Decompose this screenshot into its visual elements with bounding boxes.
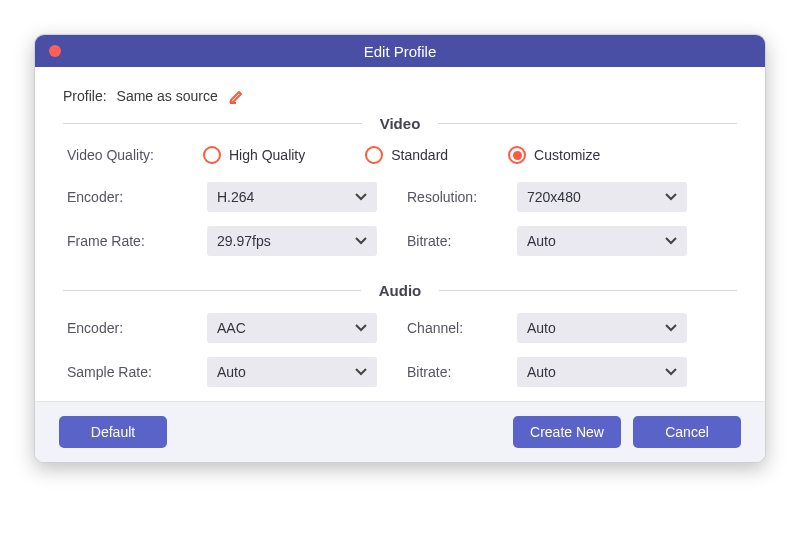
video-encoder-label: Encoder: [67, 189, 207, 205]
video-quality-row: Video Quality: High Quality Standard Cus… [63, 146, 737, 164]
chevron-down-icon [665, 324, 677, 332]
chevron-down-icon [355, 237, 367, 245]
window-body: Profile: Same as source Video Video Qual… [35, 67, 765, 401]
select-value: Auto [527, 320, 556, 336]
close-icon[interactable] [49, 45, 61, 57]
chevron-down-icon [665, 237, 677, 245]
video-framerate-label: Frame Rate: [67, 233, 207, 249]
select-value: AAC [217, 320, 246, 336]
radio-label: Customize [534, 147, 600, 163]
select-value: 29.97fps [217, 233, 271, 249]
video-resolution-select[interactable]: 720x480 [517, 182, 687, 212]
titlebar: Edit Profile [35, 35, 765, 67]
radio-label: High Quality [229, 147, 305, 163]
audio-section-label: Audio [361, 282, 440, 299]
radio-icon [203, 146, 221, 164]
audio-encoder-label: Encoder: [67, 320, 207, 336]
audio-section-divider: Audio [63, 282, 737, 299]
video-settings-grid: Encoder: H.264 Resolution: 720x480 Frame… [63, 182, 737, 256]
audio-bitrate-select[interactable]: Auto [517, 357, 687, 387]
audio-settings-grid: Encoder: AAC Channel: Auto Sample Rate: … [63, 313, 737, 387]
footer: Default Create New Cancel [35, 401, 765, 462]
video-section-divider: Video [63, 115, 737, 132]
audio-channel-label: Channel: [407, 320, 517, 336]
audio-samplerate-label: Sample Rate: [67, 364, 207, 380]
video-bitrate-label: Bitrate: [407, 233, 517, 249]
audio-samplerate-select[interactable]: Auto [207, 357, 377, 387]
radio-label: Standard [391, 147, 448, 163]
chevron-down-icon [665, 368, 677, 376]
edit-icon[interactable] [228, 87, 246, 105]
profile-value: Same as source [117, 88, 218, 104]
chevron-down-icon [355, 193, 367, 201]
radio-customize[interactable]: Customize [508, 146, 600, 164]
video-quality-label: Video Quality: [67, 147, 203, 163]
video-framerate-select[interactable]: 29.97fps [207, 226, 377, 256]
audio-channel-select[interactable]: Auto [517, 313, 687, 343]
radio-icon [365, 146, 383, 164]
video-section-label: Video [362, 115, 439, 132]
select-value: Auto [527, 364, 556, 380]
create-new-button[interactable]: Create New [513, 416, 621, 448]
video-bitrate-select[interactable]: Auto [517, 226, 687, 256]
select-value: Auto [217, 364, 246, 380]
chevron-down-icon [355, 368, 367, 376]
profile-row: Profile: Same as source [63, 87, 737, 105]
cancel-button[interactable]: Cancel [633, 416, 741, 448]
default-button[interactable]: Default [59, 416, 167, 448]
select-value: 720x480 [527, 189, 581, 205]
audio-bitrate-label: Bitrate: [407, 364, 517, 380]
chevron-down-icon [355, 324, 367, 332]
window-title: Edit Profile [364, 43, 437, 60]
select-value: H.264 [217, 189, 254, 205]
radio-high-quality[interactable]: High Quality [203, 146, 305, 164]
profile-label: Profile: [63, 88, 107, 104]
edit-profile-window: Edit Profile Profile: Same as source Vid… [34, 34, 766, 463]
chevron-down-icon [665, 193, 677, 201]
video-resolution-label: Resolution: [407, 189, 517, 205]
radio-standard[interactable]: Standard [365, 146, 448, 164]
radio-icon [508, 146, 526, 164]
audio-encoder-select[interactable]: AAC [207, 313, 377, 343]
select-value: Auto [527, 233, 556, 249]
video-encoder-select[interactable]: H.264 [207, 182, 377, 212]
